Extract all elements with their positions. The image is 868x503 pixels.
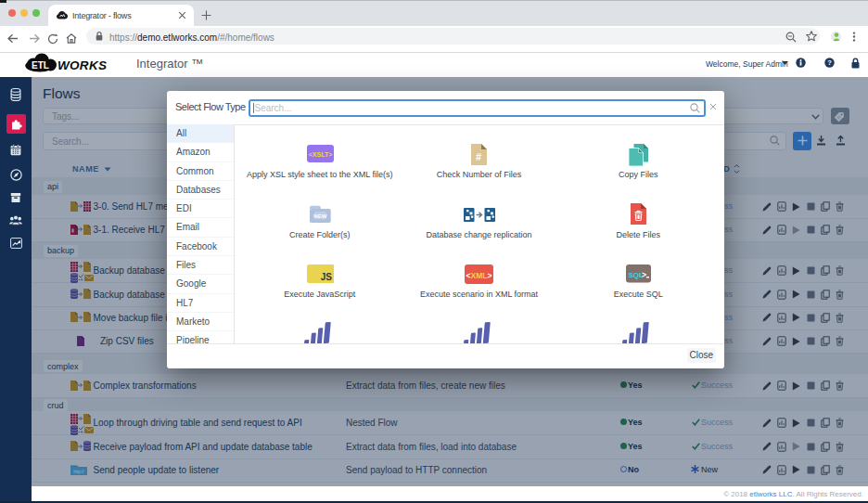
svg-text:?: ? bbox=[827, 58, 832, 67]
svg-text:NEW: NEW bbox=[313, 213, 326, 219]
svg-text:<XSLT>: <XSLT> bbox=[309, 151, 333, 158]
svg-text:WORKS: WORKS bbox=[57, 58, 107, 71]
svg-text:#: # bbox=[476, 151, 481, 162]
svg-text:JS: JS bbox=[320, 272, 332, 282]
svg-text:>: > bbox=[642, 270, 646, 279]
svg-text:<XML>: <XML> bbox=[466, 270, 492, 279]
svg-text:ETL: ETL bbox=[32, 60, 49, 71]
